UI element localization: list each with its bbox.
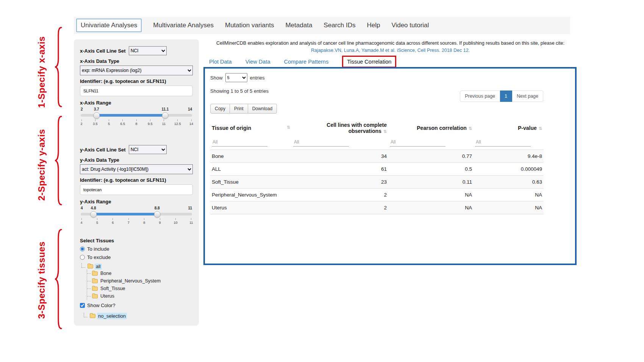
show-entries-row: Show 5 entries	[210, 73, 570, 82]
x-slider-ticks: 2 3.5 5 6.5 8 9.5 11 12.5 14	[81, 119, 192, 126]
x-cell-line-set-label: x-Axis Cell Line Set	[80, 48, 126, 54]
x-range-low-value: 3.7	[94, 107, 99, 111]
folder-icon	[90, 314, 95, 318]
show-color-checkbox[interactable]	[80, 303, 85, 308]
show-label: Show	[210, 75, 223, 81]
page: 1-Specify x-axis 2-Specify y-axis 3-Spec…	[0, 0, 644, 362]
tissue-correlation-table: Tissue of origin⇅ Cell lines with comple…	[210, 119, 544, 214]
tissue-tree: all Bone Peripheral_Nervous_System Soft_…	[81, 263, 193, 300]
export-button-group: Copy Print Download	[210, 104, 277, 114]
top-nav-bar: Univariate Analyses Multivariate Analyse…	[74, 17, 570, 34]
tab-view-data[interactable]: View Data	[245, 59, 270, 65]
annotation-step1-label: 1-Specify x-axis	[36, 35, 47, 109]
page-1-button[interactable]: 1	[500, 90, 512, 102]
tree-item-soft-tissue[interactable]: Soft_Tissue	[87, 285, 193, 292]
y-range-min: 4	[81, 206, 83, 210]
table-row: Uterus 2 NA NA	[210, 201, 544, 214]
y-cell-line-set-select[interactable]: NCI	[129, 145, 167, 154]
y-data-type-select[interactable]: act: Drug Activity (-log10[IC50M])	[80, 164, 193, 174]
tab-metadata[interactable]: Metadata	[285, 22, 312, 29]
next-page-button[interactable]: Next page	[512, 90, 543, 102]
x-range-high-handle[interactable]	[162, 112, 168, 119]
y-range-low-handle[interactable]	[90, 211, 97, 217]
tab-mutation-variants[interactable]: Mutation variants	[225, 22, 274, 29]
table-row: ALL 61 0.5 0.000049	[210, 163, 544, 176]
to-include-label: To include	[87, 246, 109, 252]
x-range-low-handle[interactable]	[93, 112, 100, 119]
tree-item-bone[interactable]: Bone	[87, 270, 193, 277]
filter-cell-lines-input[interactable]	[293, 138, 349, 147]
cell-p-value: 0.63	[474, 176, 544, 189]
tab-search-ids[interactable]: Search IDs	[324, 22, 355, 29]
settings-sidebar: x-Axis Cell Line Set NCI x-Axis Data Typ…	[74, 39, 199, 326]
cell-p-value: NA	[474, 189, 544, 201]
x-data-type-select[interactable]: exp: mRNA Expression (log2)	[80, 66, 193, 75]
analysis-subtabs: Plot Data View Data Compare Patterns Tis…	[209, 56, 396, 68]
filter-p-value-input[interactable]	[475, 138, 531, 147]
tab-univariate-analyses[interactable]: Univariate Analyses	[76, 19, 142, 32]
cell-tissue: Peripheral_Nervous_System	[210, 189, 292, 201]
table-filter-row	[210, 137, 544, 150]
cell-p-value: 0.000049	[474, 163, 544, 176]
tab-compare-patterns[interactable]: Compare Patterns	[284, 59, 328, 65]
y-slider-track[interactable]	[81, 213, 192, 215]
tab-multivariate-analyses[interactable]: Multivariate Analyses	[153, 22, 214, 29]
print-button[interactable]: Print	[230, 104, 248, 114]
col-header-pearson-correlation[interactable]: Pearson correlation⇅	[388, 119, 474, 137]
col-header-p-value[interactable]: P-value⇅	[474, 119, 544, 137]
cell-cell-lines: 2	[292, 201, 388, 214]
brace-bracket-icon	[53, 25, 62, 109]
y-identifier-label: Identifier: (e.g. topotecan or SLFN11)	[80, 177, 193, 183]
brace-bracket-icon	[53, 114, 62, 208]
tab-plot-data[interactable]: Plot Data	[209, 59, 232, 65]
cell-p-value: 9.4e-8	[474, 150, 544, 163]
folder-icon	[92, 279, 98, 283]
download-button[interactable]: Download	[248, 104, 277, 114]
to-exclude-radio[interactable]	[80, 255, 85, 260]
folder-icon	[92, 294, 98, 298]
x-slider-fill	[97, 114, 165, 117]
tab-tissue-correlation[interactable]: Tissue Correlation	[342, 56, 396, 68]
filter-tissue-input[interactable]	[212, 138, 267, 147]
x-slider-values: 2 3.7 11.1 14	[81, 107, 192, 112]
table-row: Peripheral_Nervous_System 2 NA NA	[210, 189, 544, 201]
y-slider-ticks: 4 5 6 7 8 9 10 11	[81, 218, 192, 225]
y-range-high-handle[interactable]	[154, 211, 160, 217]
cell-pearson: NA	[388, 201, 474, 214]
table-header-row: Tissue of origin⇅ Cell lines with comple…	[210, 119, 544, 137]
x-identifier-input[interactable]	[80, 86, 193, 96]
filter-pearson-input[interactable]	[390, 138, 445, 147]
x-range-high-value: 11.1	[161, 107, 169, 111]
x-identifier-label: Identifier: (e.g. topotecan or SLFN11)	[80, 78, 193, 84]
tree-item-all[interactable]: all	[81, 263, 193, 270]
y-identifier-input[interactable]	[80, 184, 193, 195]
tree-connector	[84, 313, 88, 317]
folder-icon	[92, 272, 98, 276]
annotation-step2-label: 2-Specify y-axis	[36, 122, 47, 208]
y-range-high-value: 8.8	[155, 206, 160, 210]
col-header-cell-lines[interactable]: Cell lines with complete observations⇅	[292, 119, 388, 137]
citation-link[interactable]: Rajapakse.VN, Luna.A, Yamade.M et al. iS…	[208, 48, 573, 53]
select-tissues-label: Select Tissues	[80, 238, 193, 243]
brace-bracket-icon	[53, 226, 62, 332]
tree-item-peripheral-nervous-system[interactable]: Peripheral_Nervous_System	[87, 277, 193, 285]
y-data-type-label: y-Axis Data Type	[80, 157, 193, 163]
sort-icon: ⇅	[287, 125, 290, 130]
y-range-max: 11	[188, 206, 192, 210]
x-slider-track[interactable]	[81, 114, 192, 117]
tree-item-no-selection[interactable]: no_selection	[84, 312, 193, 320]
copy-button[interactable]: Copy	[210, 104, 230, 114]
col-header-tissue-of-origin[interactable]: Tissue of origin⇅	[210, 119, 292, 137]
citation-text: CellMinerCDB enables exploration and ana…	[208, 41, 573, 46]
tab-video-tutorial[interactable]: Video tutorial	[391, 22, 429, 29]
x-data-type-label: x-Axis Data Type	[80, 58, 193, 64]
y-slider-values: 4 4.8 8.8 11	[81, 206, 192, 211]
tree-item-uterus[interactable]: Uterus	[87, 292, 193, 300]
entries-count-select[interactable]: 5	[225, 73, 247, 82]
to-include-radio[interactable]	[80, 247, 85, 251]
tab-help[interactable]: Help	[367, 22, 380, 29]
x-range-max: 14	[188, 107, 192, 111]
cell-cell-lines: 2	[292, 189, 388, 201]
previous-page-button[interactable]: Previous page	[460, 90, 500, 102]
x-cell-line-set-select[interactable]: NCI	[129, 46, 167, 55]
